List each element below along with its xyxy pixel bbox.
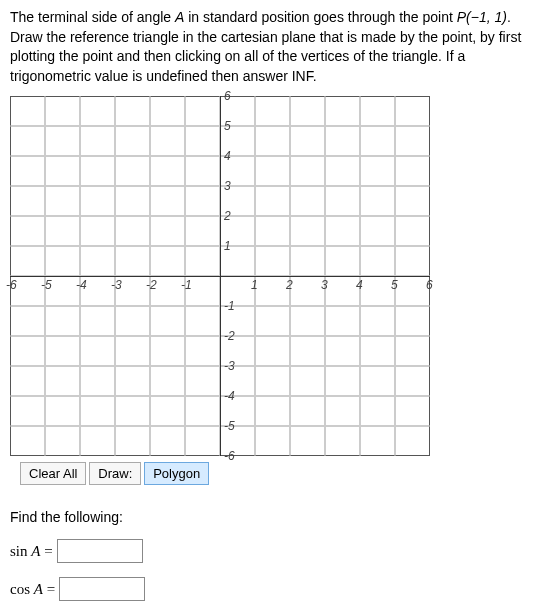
grid-cell[interactable] [290, 246, 325, 276]
draw-label-button[interactable]: Draw: [89, 462, 141, 485]
grid-cell[interactable] [80, 306, 115, 336]
grid-cell[interactable] [45, 366, 80, 396]
grid-cell[interactable] [150, 396, 185, 426]
grid-cell[interactable] [290, 156, 325, 186]
clear-all-button[interactable]: Clear All [20, 462, 86, 485]
grid-cell[interactable] [185, 336, 220, 366]
grid-cell[interactable] [45, 96, 80, 126]
grid-cell[interactable] [325, 96, 360, 126]
grid-cell[interactable] [45, 426, 80, 456]
grid-cell[interactable] [115, 306, 150, 336]
grid-cell[interactable] [325, 366, 360, 396]
grid-cell[interactable] [255, 156, 290, 186]
grid-cell[interactable] [115, 426, 150, 456]
grid-cell[interactable] [45, 216, 80, 246]
grid-cell[interactable] [290, 396, 325, 426]
grid-cell[interactable] [290, 126, 325, 156]
grid-cell[interactable] [395, 396, 430, 426]
grid-cell[interactable] [325, 426, 360, 456]
grid-cell[interactable] [255, 396, 290, 426]
grid-cell[interactable] [395, 426, 430, 456]
grid-cell[interactable] [80, 426, 115, 456]
grid-cell[interactable] [150, 246, 185, 276]
grid-cell[interactable] [185, 186, 220, 216]
grid-cell[interactable] [255, 306, 290, 336]
grid-cell[interactable] [325, 186, 360, 216]
grid-cell[interactable] [325, 126, 360, 156]
grid-cell[interactable] [80, 366, 115, 396]
grid-cell[interactable] [185, 306, 220, 336]
grid-cell[interactable] [80, 216, 115, 246]
grid-cell[interactable] [150, 96, 185, 126]
grid-cell[interactable] [45, 186, 80, 216]
polygon-button[interactable]: Polygon [144, 462, 209, 485]
grid-cell[interactable] [360, 186, 395, 216]
grid-cell[interactable] [360, 276, 395, 306]
grid-cell[interactable] [290, 216, 325, 246]
grid-cell[interactable] [80, 96, 115, 126]
grid-cell[interactable] [80, 126, 115, 156]
grid-cell[interactable] [115, 126, 150, 156]
grid-cell[interactable] [185, 246, 220, 276]
grid-cell[interactable] [10, 186, 45, 216]
grid-cell[interactable] [185, 96, 220, 126]
grid-cell[interactable] [325, 156, 360, 186]
grid-cell[interactable] [325, 216, 360, 246]
grid-cell[interactable] [10, 426, 45, 456]
grid-cell[interactable] [255, 336, 290, 366]
grid-cell[interactable] [255, 276, 290, 306]
cosA-input[interactable] [59, 577, 145, 601]
grid-cell[interactable] [325, 306, 360, 336]
grid-cell[interactable] [10, 366, 45, 396]
grid-cell[interactable] [10, 336, 45, 366]
grid-cell[interactable] [185, 426, 220, 456]
grid-cell[interactable] [325, 276, 360, 306]
grid-cell[interactable] [150, 186, 185, 216]
grid-cell[interactable] [150, 336, 185, 366]
grid-cell[interactable] [395, 246, 430, 276]
grid-cell[interactable] [395, 96, 430, 126]
grid-cell[interactable] [360, 396, 395, 426]
grid-cell[interactable] [115, 396, 150, 426]
grid-cell[interactable] [360, 366, 395, 396]
grid-cell[interactable] [115, 96, 150, 126]
grid-cell[interactable] [185, 126, 220, 156]
grid-cell[interactable] [45, 156, 80, 186]
grid-cell[interactable] [115, 246, 150, 276]
grid-cell[interactable] [45, 306, 80, 336]
grid-cell[interactable] [290, 96, 325, 126]
grid-cell[interactable] [395, 156, 430, 186]
grid-cell[interactable] [150, 306, 185, 336]
grid-cell[interactable] [360, 246, 395, 276]
grid-cell[interactable] [10, 306, 45, 336]
grid-cell[interactable] [395, 186, 430, 216]
grid-cell[interactable] [80, 186, 115, 216]
grid-cell[interactable] [395, 306, 430, 336]
grid-cell[interactable] [290, 426, 325, 456]
grid-cell[interactable] [45, 396, 80, 426]
grid-cell[interactable] [360, 96, 395, 126]
sinA-input[interactable] [57, 539, 143, 563]
grid-cell[interactable] [185, 216, 220, 246]
grid-cell[interactable] [10, 126, 45, 156]
grid-cell[interactable] [290, 366, 325, 396]
grid-cell[interactable] [360, 426, 395, 456]
grid-cell[interactable] [45, 336, 80, 366]
grid-cell[interactable] [80, 156, 115, 186]
grid-cell[interactable] [150, 366, 185, 396]
grid-cell[interactable] [80, 336, 115, 366]
graph-area[interactable]: -6-5-4-3-2-1123456-6-5-4-3-2-1123456 [0, 96, 540, 456]
grid-cell[interactable] [290, 186, 325, 216]
grid-cell[interactable] [325, 396, 360, 426]
grid-cell[interactable] [10, 216, 45, 246]
grid-cell[interactable] [395, 276, 430, 306]
grid-cell[interactable] [45, 246, 80, 276]
grid-cell[interactable] [10, 246, 45, 276]
grid-cell[interactable] [255, 96, 290, 126]
grid-cell[interactable] [185, 396, 220, 426]
grid-cell[interactable] [360, 306, 395, 336]
grid-cell[interactable] [395, 336, 430, 366]
grid-cell[interactable] [255, 186, 290, 216]
grid-cell[interactable] [185, 366, 220, 396]
grid-cell[interactable] [115, 186, 150, 216]
